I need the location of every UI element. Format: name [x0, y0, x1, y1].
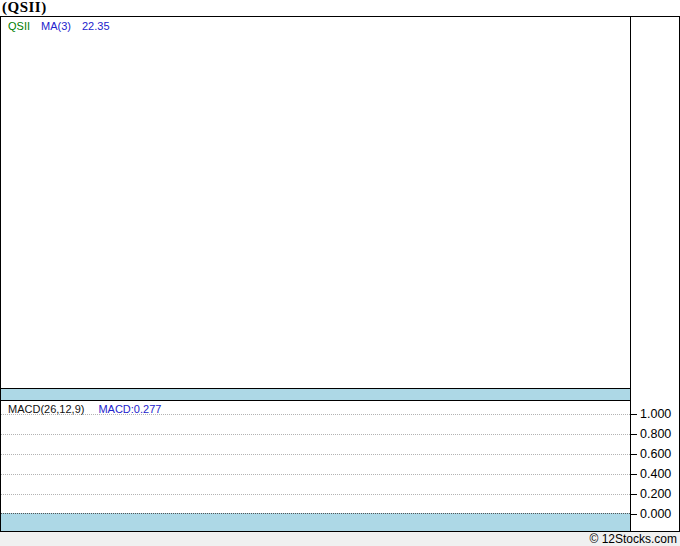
macd-panel: MACD(26,12,9)MACD:0.277	[1, 401, 630, 513]
chart-frame: QSIIMA(3)22.35 MACD(26,12,9)MACD:0.277 1…	[0, 16, 680, 532]
separator-band-top	[1, 389, 630, 400]
axis-tick-label: 0.400	[640, 466, 671, 482]
gridline-0.600	[1, 454, 630, 455]
axis-tick	[631, 494, 637, 495]
price-legend: QSIIMA(3)22.35	[8, 20, 110, 32]
axis-tick-label: 0.200	[640, 486, 671, 502]
axis-tick-label: 0.000	[640, 506, 671, 522]
macd-value: MACD:0.277	[98, 403, 161, 415]
gridline-0.200	[1, 494, 630, 495]
ticker-label: QSII	[8, 20, 30, 32]
y-axis-column: 1.000 0.800 0.600 0.400 0.200 0.000	[630, 17, 679, 531]
axis-tick	[631, 414, 637, 415]
axis-tick-label: 0.800	[640, 426, 671, 442]
gridline-0.400	[1, 474, 630, 475]
gridline-0.800	[1, 434, 630, 435]
ma-label: MA(3)	[41, 20, 71, 32]
axis-tick	[631, 434, 637, 435]
macd-indicator-label: MACD(26,12,9)	[8, 403, 84, 415]
axis-tick-label: 1.000	[640, 406, 671, 422]
axis-tick	[631, 454, 637, 455]
copyright-text: © 12Stocks.com	[589, 532, 677, 546]
price-panel: QSIIMA(3)22.35	[1, 17, 630, 388]
footer-bar: © 12Stocks.com	[0, 532, 680, 546]
axis-tick	[631, 474, 637, 475]
chart-title: (QSII)	[2, 0, 47, 16]
ma-value: 22.35	[82, 20, 110, 32]
plot-column: QSIIMA(3)22.35 MACD(26,12,9)MACD:0.277	[1, 17, 630, 531]
axis-tick-label: 0.600	[640, 446, 671, 462]
separator-band-bottom	[1, 513, 630, 531]
macd-legend: MACD(26,12,9)MACD:0.277	[8, 403, 161, 415]
axis-tick	[631, 514, 637, 515]
